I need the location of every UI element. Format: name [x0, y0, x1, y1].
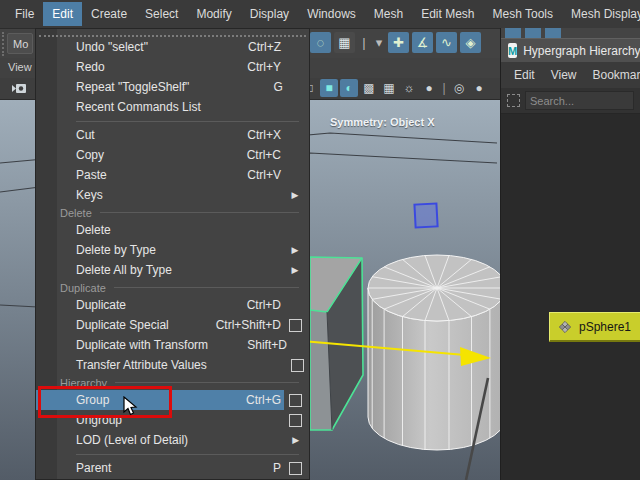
hypergraph-menu-view[interactable]: View — [544, 65, 584, 85]
menu-item-redo[interactable]: RedoCtrl+Y — [36, 57, 309, 77]
menu-item-end-column — [287, 359, 309, 372]
menu-item-duplicate-with-transform[interactable]: Duplicate with TransformShift+D — [36, 335, 309, 355]
menubar-item-windows[interactable]: Windows — [298, 2, 365, 26]
menu-item-duplicate-special[interactable]: Duplicate SpecialCtrl+Shift+D — [36, 315, 309, 335]
menu-item-label: Duplicate — [36, 298, 181, 312]
menu-item-shortcut: P — [181, 461, 281, 475]
menu-section-duplicate: Duplicate — [36, 280, 309, 295]
node-psphere1[interactable]: pSphere1 — [549, 312, 640, 342]
menu-item-keys[interactable]: Keys▶ — [36, 185, 309, 205]
shaded-cube-icon[interactable]: ■ — [320, 79, 338, 97]
checker-icon[interactable]: ▦ — [380, 79, 398, 97]
menu-item-recent-commands-list[interactable]: Recent Commands List — [36, 97, 309, 117]
paint-select-tool-icon[interactable]: ▦ — [334, 32, 355, 53]
menu-item-repeat-toggleshelf[interactable]: Repeat "ToggleShelf"G — [36, 77, 309, 97]
hypergraph-menu-edit[interactable]: Edit — [507, 65, 542, 85]
menu-item-delete[interactable]: Delete — [36, 220, 309, 240]
menubar-item-mesh[interactable]: Mesh — [365, 2, 412, 26]
hypergraph-graph-area[interactable]: pSphere1 — [501, 114, 640, 480]
submenu-arrow-icon: ▶ — [292, 265, 299, 275]
menu-item-label: Duplicate Special — [36, 318, 181, 332]
sphere-dim-icon[interactable]: ● — [420, 79, 438, 97]
toolbar-dropdown-arrow[interactable]: ▾ — [373, 32, 385, 53]
menu-section-line — [114, 287, 299, 288]
menubar-item-edit[interactable]: Edit — [43, 2, 82, 26]
lasso-select-tool-icon[interactable]: ◌ — [310, 32, 331, 53]
frame-all-icon[interactable] — [507, 94, 520, 107]
lighting-icon[interactable]: ☼ — [400, 79, 418, 97]
panel-menu-view[interactable]: View — [8, 61, 32, 73]
xray-sphere-icon[interactable]: ◎ — [450, 79, 468, 97]
curve-tool-icon[interactable]: ∿ — [436, 32, 457, 53]
menu-item-label: Delete by Type — [36, 243, 181, 257]
toolbar-grip[interactable] — [2, 32, 4, 56]
symmetry-status-label: Symmetry: Object X — [330, 116, 435, 128]
workspace-selector-button[interactable]: Mo — [7, 33, 33, 54]
menu-item-delete-by-type[interactable]: Delete by Type▶ — [36, 240, 309, 260]
menu-separator — [36, 117, 309, 125]
menu-item-transfer-attribute-values[interactable]: Transfer Attribute Values — [36, 355, 309, 375]
menu-item-lod-level-of-detail[interactable]: LOD (Level of Detail)▶ — [36, 430, 309, 450]
menu-item-shortcut: Ctrl+X — [181, 128, 281, 142]
toolbar-divider[interactable]: | — [358, 32, 370, 53]
menu-item-label: LOD (Level of Detail) — [36, 433, 188, 447]
menu-item-end-column: ▶ — [281, 265, 309, 275]
camera-icon[interactable] — [12, 82, 30, 95]
menu-item-group[interactable]: GroupCtrl+G — [36, 390, 309, 410]
search-input[interactable] — [525, 91, 634, 110]
shaded-textured-icon[interactable]: ◐ — [340, 79, 358, 97]
hypergraph-menu-bookmarks[interactable]: Bookmarks — [585, 65, 640, 85]
soft-select-tool-icon[interactable]: ◈ — [460, 32, 481, 53]
isolate-sphere-icon[interactable]: ● — [470, 79, 488, 97]
menu-item-label: Cut — [36, 128, 181, 142]
measure-tool-icon[interactable]: ∡ — [412, 32, 433, 53]
mouse-cursor — [123, 396, 139, 418]
menu-item-label: Redo — [36, 60, 181, 74]
option-box-icon[interactable] — [291, 359, 304, 372]
textured-cube-icon[interactable]: ▩ — [360, 79, 378, 97]
menu-tearoff-handle[interactable] — [39, 29, 306, 37]
menu-item-paste[interactable]: PasteCtrl+V — [36, 165, 309, 185]
menu-item-undo-select[interactable]: Undo "select"Ctrl+Z — [36, 37, 309, 57]
move-tool-icon[interactable]: ✚ — [388, 32, 409, 53]
option-box-icon[interactable] — [289, 462, 302, 475]
menu-item-label: Delete — [36, 223, 181, 237]
menu-item-cut[interactable]: CutCtrl+X — [36, 125, 309, 145]
menu-item-label: Parent — [36, 461, 181, 475]
menu-item-label: Delete All by Type — [36, 263, 181, 277]
menu-item-end-column: ▶ — [283, 435, 309, 445]
menu-item-end-column: ▶ — [281, 190, 309, 200]
menu-item-delete-all-by-type[interactable]: Delete All by Type▶ — [36, 260, 309, 280]
menubar-item-mesh-tools[interactable]: Mesh Tools — [484, 2, 562, 26]
menu-item-end-column: ▶ — [281, 245, 309, 255]
option-box-icon[interactable] — [289, 414, 302, 427]
selected-component-square[interactable] — [414, 203, 437, 227]
menubar-item-display[interactable]: Display — [241, 2, 298, 26]
toolbar-icon-fragment — [505, 28, 521, 38]
menu-item-shortcut: Shift+D — [208, 338, 287, 352]
menu-section-line — [100, 212, 299, 213]
hypergraph-title-bar[interactable]: M Hypergraph Hierarchy — [501, 38, 640, 62]
option-box-icon[interactable] — [289, 319, 302, 332]
menubar-item-mesh-display[interactable]: Mesh Display — [562, 2, 640, 26]
submenu-arrow-icon: ▶ — [292, 435, 299, 445]
menubar-item-select[interactable]: Select — [136, 2, 187, 26]
menubar-item-create[interactable]: Create — [82, 2, 136, 26]
menu-item-parent[interactable]: ParentP — [36, 458, 309, 478]
menu-item-end-column — [281, 462, 309, 475]
menu-section-delete: Delete — [36, 205, 309, 220]
option-box-icon[interactable] — [289, 394, 302, 407]
menubar-item-modify[interactable]: Modify — [187, 2, 240, 26]
menu-item-label: Copy — [36, 148, 181, 162]
paneltool-divider[interactable]: | — [440, 79, 448, 97]
menubar-item-edit-mesh[interactable]: Edit Mesh — [412, 2, 483, 26]
menu-item-label: Keys — [36, 188, 181, 202]
menu-separator — [36, 450, 309, 458]
toolbar-icon-fragment — [525, 28, 541, 38]
node-label: pSphere1 — [579, 320, 631, 334]
menubar-item-file[interactable]: File — [6, 2, 43, 26]
menu-item-copy[interactable]: CopyCtrl+C — [36, 145, 309, 165]
menu-item-ungroup[interactable]: Ungroup — [36, 410, 309, 430]
tool-icons-group: ◌▦|▾✚∡∿◈ — [310, 32, 481, 53]
menu-item-duplicate[interactable]: DuplicateCtrl+D — [36, 295, 309, 315]
